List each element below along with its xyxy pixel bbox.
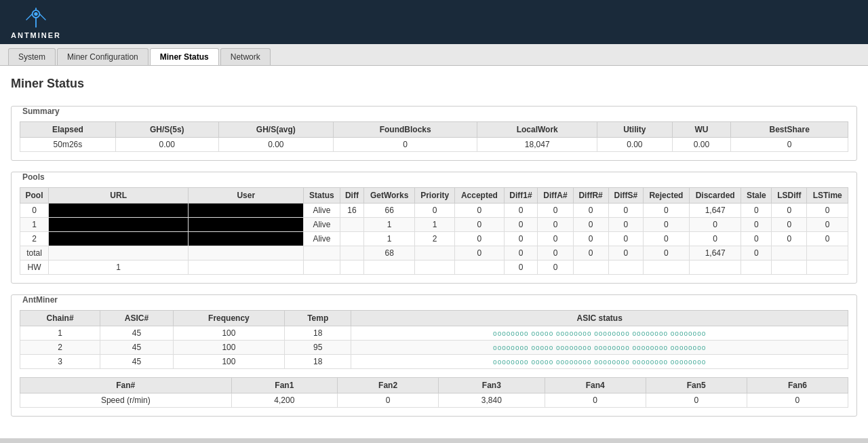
fan-table: Fan# Fan1 Fan2 Fan3 Fan4 Fan5 Fan6 Speed… xyxy=(20,377,848,408)
col-diffs: DiffS# xyxy=(608,188,643,204)
pool-diff1-4: 0 xyxy=(504,261,538,275)
col-ghs5s: GH/S(5s) xyxy=(115,122,218,138)
val-ghs5s: 0.00 xyxy=(115,138,218,152)
pool-status-3 xyxy=(304,246,340,261)
chain-chain-0: 1 xyxy=(20,326,100,341)
pool-diffa-1: 0 xyxy=(538,218,573,232)
chain-freq-2: 100 xyxy=(173,355,284,369)
pool-row-1: 1██████████████████████████████████████A… xyxy=(20,218,848,232)
col-diffa: DiffA# xyxy=(538,188,573,204)
pool-user-2: █████████████████ xyxy=(189,232,304,246)
pool-accepted-3: 0 xyxy=(455,246,504,261)
pool-diff1-2: 0 xyxy=(504,232,538,246)
pool-status-1: Alive xyxy=(304,218,340,232)
chain-status-2: oooooooo ooooo oooooooo oooooooo ooooooo… xyxy=(351,355,848,369)
fan2-speed: 0 xyxy=(338,393,439,408)
pool-url-4: 1 xyxy=(49,261,189,275)
pool-row-4: HW100 xyxy=(20,261,848,275)
fan-speed-label: Speed (r/min) xyxy=(20,393,232,408)
pool-rejected-0: 0 xyxy=(643,204,689,218)
pool-diffr-0: 0 xyxy=(573,204,608,218)
chain-asic-2: 45 xyxy=(100,355,174,369)
col-stale: Stale xyxy=(741,188,772,204)
col-user: User xyxy=(189,188,304,204)
pool-lstime-2: 0 xyxy=(807,232,848,246)
pool-priority-1: 1 xyxy=(415,218,455,232)
summary-legend: Summary xyxy=(18,107,64,116)
chain-temp-2: 18 xyxy=(285,355,351,369)
col-asic: ASIC# xyxy=(100,311,174,326)
pool-stale-2: 0 xyxy=(741,232,772,246)
antminer-section: AntMiner Chain# ASIC# Frequency Temp ASI… xyxy=(11,294,857,417)
tab-miner-configuration[interactable]: Miner Configuration xyxy=(57,48,149,65)
pool-diff1-0: 0 xyxy=(504,204,538,218)
pool-diffs-2: 0 xyxy=(608,232,643,246)
fan4-speed: 0 xyxy=(545,393,646,408)
tab-miner-status[interactable]: Miner Status xyxy=(150,48,219,65)
pool-getworks-3: 68 xyxy=(364,246,415,261)
col-priority: Priority xyxy=(415,188,455,204)
col-asic-status: ASIC status xyxy=(351,311,848,326)
tab-system[interactable]: System xyxy=(8,48,56,65)
pool-diffs-1: 0 xyxy=(608,218,643,232)
pool-diffr-2: 0 xyxy=(573,232,608,246)
pool-lsdiff-4 xyxy=(772,261,807,275)
pool-discarded-4 xyxy=(689,261,741,275)
col-diffr: DiffR# xyxy=(573,188,608,204)
pool-diffa-3: 0 xyxy=(538,246,573,261)
pool-diffs-0: 0 xyxy=(608,204,643,218)
pool-lsdiff-3 xyxy=(772,246,807,261)
chain-header-row: Chain# ASIC# Frequency Temp ASIC status xyxy=(20,311,848,326)
pool-lsdiff-2: 0 xyxy=(772,232,807,246)
pool-getworks-4 xyxy=(364,261,415,275)
val-foundblocks: 0 xyxy=(334,138,477,152)
pool-discarded-2: 0 xyxy=(689,232,741,246)
svg-point-5 xyxy=(34,12,37,15)
fan-header-row: Fan# Fan1 Fan2 Fan3 Fan4 Fan5 Fan6 xyxy=(20,378,848,393)
pool-diff1-3: 0 xyxy=(504,246,538,261)
col-temp: Temp xyxy=(285,311,351,326)
pools-header-row: Pool URL User Status Diff GetWorks Prior… xyxy=(20,188,848,204)
pool-row-3: total680000001,6470 xyxy=(20,246,848,261)
pool-lsdiff-0: 0 xyxy=(772,204,807,218)
pools-table: Pool URL User Status Diff GetWorks Prior… xyxy=(20,187,848,275)
svg-line-3 xyxy=(26,14,33,20)
antminer-legend: AntMiner xyxy=(18,295,62,305)
pool-url-1: █████████████████████ xyxy=(49,218,189,232)
pool-priority-2: 2 xyxy=(415,232,455,246)
pool-rejected-1: 0 xyxy=(643,218,689,232)
col-fan6: Fan6 xyxy=(747,378,848,393)
col-lstime: LSTime xyxy=(807,188,848,204)
pool-accepted-1: 0 xyxy=(455,218,504,232)
pool-user-3 xyxy=(189,246,304,261)
pool-diffr-1: 0 xyxy=(573,218,608,232)
col-localwork: LocalWork xyxy=(477,122,597,138)
pool-user-4 xyxy=(189,261,304,275)
pool-status-0: Alive xyxy=(304,204,340,218)
pool-lstime-0: 0 xyxy=(807,204,848,218)
col-bestshare: BestShare xyxy=(731,122,848,138)
pool-priority-0: 0 xyxy=(415,204,455,218)
pool-rejected-2: 0 xyxy=(643,232,689,246)
tab-network[interactable]: Network xyxy=(220,48,271,65)
page-title: Miner Status xyxy=(11,77,857,95)
pool-getworks-0: 66 xyxy=(364,204,415,218)
pool-status-4 xyxy=(304,261,340,275)
col-getworks: GetWorks xyxy=(364,188,415,204)
pool-pool-2: 2 xyxy=(20,232,49,246)
col-chain: Chain# xyxy=(20,311,100,326)
pool-lstime-1: 0 xyxy=(807,218,848,232)
pool-row-0: 0██████████████████████████████████████A… xyxy=(20,204,848,218)
pool-row-2: 2██████████████████████████████████████A… xyxy=(20,232,848,246)
antminer-logo-icon xyxy=(24,5,48,30)
val-utility: 0.00 xyxy=(597,138,673,152)
col-foundblocks: FoundBlocks xyxy=(334,122,477,138)
col-lsdiff: LSDiff xyxy=(772,188,807,204)
pool-accepted-2: 0 xyxy=(455,232,504,246)
footer: Copyright © 2013-2014, Bitmain Technolog… xyxy=(0,438,868,443)
val-bestshare: 0 xyxy=(731,138,848,152)
chain-chain-1: 2 xyxy=(20,341,100,355)
pool-diff-0: 16 xyxy=(340,204,364,218)
svg-line-4 xyxy=(39,14,45,20)
pool-getworks-2: 1 xyxy=(364,232,415,246)
